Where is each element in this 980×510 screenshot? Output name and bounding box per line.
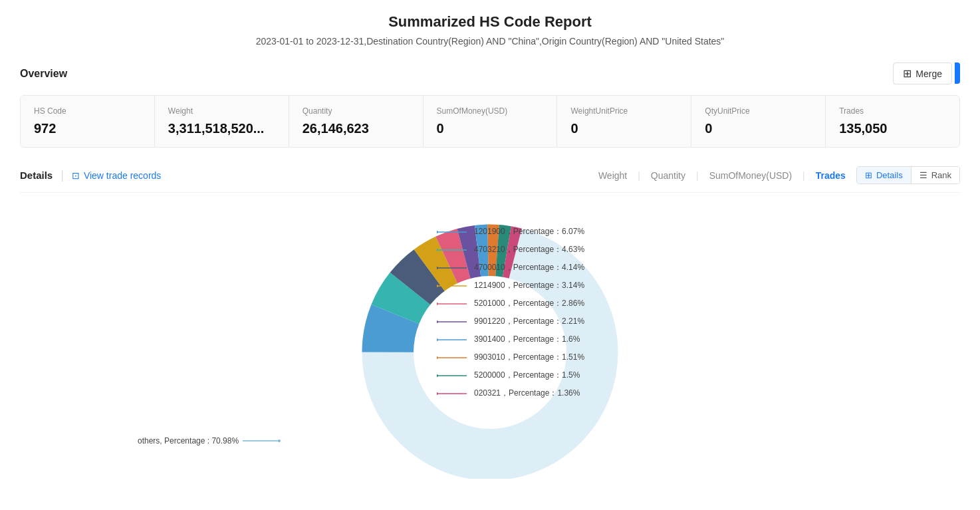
stat-value-4: 0 — [570, 121, 677, 136]
legend-item-9: 020321，Percentage：1.36% — [437, 388, 584, 399]
svg-point-27 — [437, 356, 438, 359]
stat-value-2: 26,146,623 — [303, 121, 410, 136]
legend-item-2: 4700010，Percentage：4.14% — [437, 262, 584, 273]
legend-others: others, Percentage : 70.98% — [138, 436, 283, 446]
details-bar: Details | ⊡ View trade records Weight | … — [20, 166, 960, 193]
stat-value-0: 972 — [34, 121, 141, 136]
svg-point-25 — [437, 338, 438, 341]
legend-label-1: 4703210，Percentage：4.63% — [474, 244, 584, 255]
svg-point-33 — [278, 440, 281, 442]
legend-label-5: 9901220，Percentage：2.21% — [474, 316, 584, 327]
table-icon: ⊞ — [865, 170, 872, 180]
legend-right: 1201900，Percentage：6.07% 4703210，Percent… — [437, 226, 584, 399]
metric-sum-of-money[interactable]: SumOfMoney(USD) — [709, 170, 792, 181]
stat-weight-unit-price: WeightUnitPrice 0 — [557, 96, 691, 147]
legend-label-2: 4700010，Percentage：4.14% — [474, 262, 584, 273]
svg-point-21 — [437, 303, 438, 305]
rank-view-button[interactable]: ☰ Rank — [912, 167, 959, 184]
legend-item-7: 9903010，Percentage：1.51% — [437, 352, 584, 363]
legend-item-5: 9901220，Percentage：2.21% — [437, 316, 584, 327]
stat-qty-unit-price: QtyUnitPrice 0 — [691, 96, 826, 147]
report-title: Summarized HS Code Report — [20, 13, 960, 31]
stat-label-3: SumOfMoney(USD) — [437, 106, 544, 116]
legend-label-3: 1214900，Percentage：3.14% — [474, 280, 584, 291]
metric-trades[interactable]: Trades — [816, 170, 846, 181]
stat-trades: Trades 135,050 — [826, 96, 959, 147]
view-trade-records-label: View trade records — [84, 170, 161, 181]
legend-label-8: 5200000，Percentage：1.5% — [474, 370, 580, 381]
merge-btn-accent — [955, 63, 960, 84]
legend-item-0: 1201900，Percentage：6.07% — [437, 226, 584, 237]
report-subtitle: 2023-01-01 to 2023-12-31,Destination Cou… — [20, 36, 960, 47]
legend-item-3: 1214900，Percentage：3.14% — [437, 280, 584, 291]
stat-weight: Weight 3,311,518,520... — [155, 96, 289, 147]
stat-value-1: 3,311,518,520... — [168, 121, 275, 136]
legend-item-6: 3901400，Percentage：1.6% — [437, 334, 584, 345]
report-header: Summarized HS Code Report 2023-01-01 to … — [20, 13, 960, 47]
stat-value-6: 135,050 — [839, 121, 946, 136]
rank-icon: ☰ — [919, 170, 927, 180]
stat-label-2: Quantity — [303, 106, 410, 116]
svg-point-17 — [437, 267, 438, 269]
overview-label: Overview — [20, 68, 67, 80]
separator: | — [61, 168, 64, 182]
overview-section-header: Overview ⊞ Merge — [20, 63, 960, 84]
stat-label-0: HS Code — [34, 106, 141, 116]
stat-hs-code: HS Code 972 — [21, 96, 155, 147]
legend-others-label: others, Percentage : 70.98% — [138, 436, 239, 446]
stat-label-6: Trades — [839, 106, 946, 116]
view-trade-records-link[interactable]: ⊡ View trade records — [72, 170, 161, 181]
stat-value-5: 0 — [705, 121, 812, 136]
stat-quantity: Quantity 26,146,623 — [289, 96, 424, 147]
details-view-button[interactable]: ⊞ Details — [857, 167, 912, 184]
legend-label-6: 3901400，Percentage：1.6% — [474, 334, 580, 345]
rank-view-label: Rank — [931, 170, 951, 180]
legend-label-0: 1201900，Percentage：6.07% — [474, 226, 584, 237]
svg-point-23 — [437, 320, 438, 323]
view-buttons: ⊞ Details ☰ Rank — [856, 166, 960, 184]
merge-button[interactable]: ⊞ Merge — [893, 63, 952, 84]
legend-item-8: 5200000，Percentage：1.5% — [437, 370, 584, 381]
stat-value-3: 0 — [437, 121, 544, 136]
svg-point-15 — [437, 249, 438, 251]
view-records-icon: ⊡ — [72, 170, 80, 181]
metric-quantity[interactable]: Quantity — [651, 170, 685, 181]
stat-label-1: Weight — [168, 106, 275, 116]
svg-point-29 — [437, 374, 438, 377]
details-view-label: Details — [876, 170, 903, 180]
details-right: Weight | Quantity | SumOfMoney(USD) | Tr… — [598, 166, 960, 184]
stat-label-5: QtyUnitPrice — [705, 106, 812, 116]
stat-sum-of-money: SumOfMoney(USD) 0 — [424, 96, 558, 147]
metric-weight[interactable]: Weight — [598, 170, 627, 181]
details-left: Details | ⊡ View trade records — [20, 168, 161, 182]
details-label: Details — [20, 170, 53, 181]
merge-button-label: Merge — [916, 68, 942, 79]
legend-label-4: 5201000，Percentage：2.86% — [474, 298, 584, 309]
svg-point-31 — [437, 392, 438, 395]
legend-item-1: 4703210，Percentage：4.63% — [437, 244, 584, 255]
legend-label-7: 9903010，Percentage：1.51% — [474, 352, 584, 363]
legend-label-9: 020321，Percentage：1.36% — [474, 388, 580, 399]
svg-point-13 — [437, 231, 438, 233]
stat-label-4: WeightUnitPrice — [570, 106, 677, 116]
legend-item-4: 5201000，Percentage：2.86% — [437, 298, 584, 309]
merge-icon: ⊞ — [903, 67, 912, 80]
chart-area: 1201900，Percentage：6.07% 4703210，Percent… — [20, 206, 960, 485]
svg-point-19 — [437, 285, 438, 287]
stats-row: HS Code 972 Weight 3,311,518,520... Quan… — [20, 95, 960, 148]
